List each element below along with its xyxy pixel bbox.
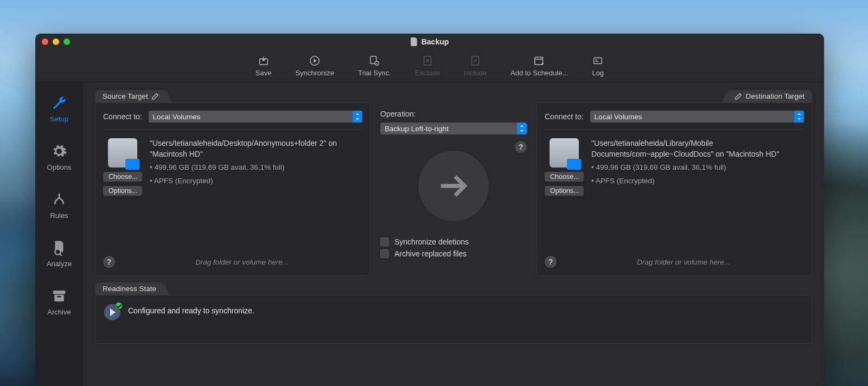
svg-rect-10 [54,295,64,302]
source-choose-button[interactable]: Choose... [103,172,142,182]
destination-help-button[interactable]: ? [545,256,557,268]
source-options-button[interactable]: Options... [103,186,142,196]
app-window: Backup Save Synchronize Trial Sync. Excl… [35,34,824,386]
sidebar-setup-label: Setup [50,115,68,123]
analyze-icon [50,239,68,256]
gear-icon [50,143,68,160]
exclude-label: Exclude [415,69,440,77]
destination-choose-button[interactable]: Choose... [545,172,584,182]
source-connect-select[interactable]: Local Volumes [149,111,362,123]
add-schedule-button[interactable]: Add to Schedule... [510,55,568,77]
add-schedule-label: Add to Schedule... [510,69,568,77]
direction-indicator [418,151,489,221]
chevron-updown-icon [517,123,527,134]
operation-panel: Operation: Backup Left-to-right ? Synchr [380,90,527,276]
include-label: Include [464,69,487,77]
destination-tab-label: Destination Target [745,92,805,100]
readiness-tab[interactable]: Readiness State [95,282,164,295]
source-drag-hint: Drag folder or volume here... [122,258,362,266]
close-window-button[interactable] [42,38,48,45]
source-help-button[interactable]: ? [103,256,115,268]
operation-label: Operation: [380,110,527,118]
readiness-section: Readiness State Configured and ready to … [95,282,812,344]
archive-icon [50,287,68,305]
chevron-updown-icon [353,111,362,123]
sidebar-item-setup[interactable]: Setup [35,91,83,126]
source-tab-label: Source Target [103,92,148,100]
sync-deletions-checkbox[interactable] [380,237,389,246]
svg-rect-11 [57,296,61,298]
document-icon [411,37,418,46]
source-panel: Source Target Connect to: Local Volumes [95,90,371,276]
destination-panel: Destination Target Connect to: Local Vol… [537,90,812,276]
trial-sync-label: Trial Sync. [358,69,391,77]
log-button[interactable]: Log [592,55,604,77]
rules-icon [50,191,68,208]
save-icon [258,55,270,67]
chevron-updown-icon [794,111,804,123]
toolbar: Save Synchronize Trial Sync. Exclude Inc… [35,50,824,82]
readiness-text: Configured and ready to synchronize. [128,304,254,315]
source-tab[interactable]: Source Target [95,90,167,102]
save-label: Save [256,69,272,77]
svg-rect-6 [535,57,543,65]
trial-sync-icon [368,55,380,67]
exclude-icon [422,55,433,67]
source-connect-value: Local Volumes [153,113,201,121]
window-title-text: Backup [422,37,449,46]
destination-path: "Users/tetianaleheida/Library/Mobile Doc… [591,138,804,159]
destination-tab[interactable]: Destination Target [727,90,812,102]
calendar-plus-icon [533,55,545,67]
zoom-window-button[interactable] [63,38,70,45]
window-title: Backup [411,37,449,46]
drive-icon [550,138,579,168]
destination-drag-hint: Drag folder or volume here... [563,258,804,266]
sidebar-item-archive[interactable]: Archive [35,284,83,319]
operation-help-button[interactable]: ? [515,141,527,153]
folder-icon [567,159,581,170]
source-connect-label: Connect to: [103,112,142,121]
operation-value: Backup Left-to-right [385,125,449,133]
drive-icon [108,138,137,168]
folder-icon [125,159,139,170]
ready-status-icon [104,304,120,320]
destination-connect-label: Connect to: [545,112,584,121]
trial-sync-button[interactable]: Trial Sync. [358,55,391,77]
destination-connect-select[interactable]: Local Volumes [590,111,804,123]
sync-deletions-label: Synchronize deletions [394,237,469,246]
sidebar-archive-label: Archive [47,308,71,316]
sidebar: Setup Options Rules Analyze Archive [35,82,83,386]
save-button[interactable]: Save [256,55,272,77]
sidebar-rules-label: Rules [50,211,68,220]
archive-replaced-label: Archive replaced files [394,249,467,258]
include-icon [469,55,481,67]
edit-icon [151,93,159,100]
synchronize-label: Synchronize [295,69,334,77]
svg-point-8 [55,249,61,255]
log-label: Log [592,69,604,77]
sidebar-options-label: Options [47,163,72,171]
window-controls [42,38,70,45]
minimize-window-button[interactable] [53,38,59,45]
include-button: Include [464,55,487,77]
archive-replaced-checkbox[interactable] [380,249,389,258]
checkmark-icon [115,302,123,310]
operation-select[interactable]: Backup Left-to-right [380,123,527,134]
edit-icon [735,93,742,100]
log-icon [592,55,604,67]
source-filesystem: • APFS (Encrypted) [150,176,362,186]
sidebar-item-options[interactable]: Options [35,139,83,175]
sidebar-item-analyze[interactable]: Analyze [35,236,83,271]
source-path: "Users/tetianaleheida/Desktop/Anonymous+… [150,138,362,159]
synchronize-button[interactable]: Synchronize [295,55,334,77]
destination-size: • 499,96 GB (319,69 GB avail, 36,1% full… [591,163,804,173]
destination-options-button[interactable]: Options... [545,186,584,196]
sidebar-item-rules[interactable]: Rules [35,188,83,223]
source-size: • 499,96 GB (319,69 GB avail, 36,1% full… [150,163,362,173]
destination-filesystem: • APFS (Encrypted) [591,176,804,186]
svg-rect-7 [594,58,602,64]
titlebar: Backup [35,34,824,50]
svg-rect-9 [53,291,66,294]
sidebar-analyze-label: Analyze [47,260,72,268]
wrench-icon [50,94,68,112]
